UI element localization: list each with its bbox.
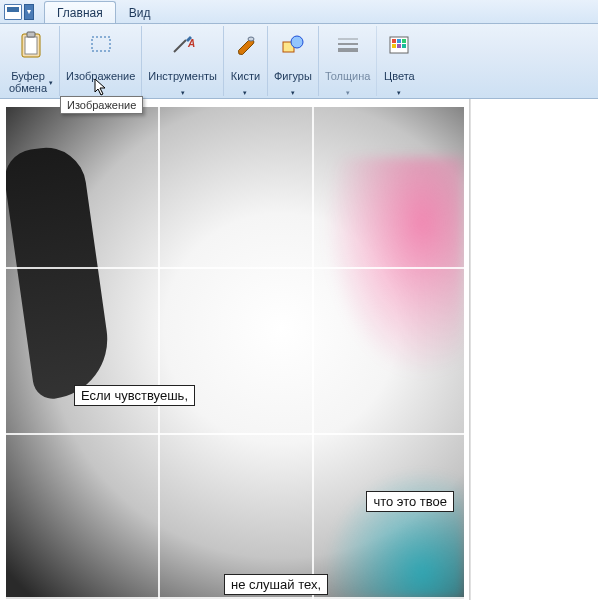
svg-rect-3 [92,37,110,51]
svg-rect-13 [397,39,401,43]
selection-icon [89,28,113,62]
ribbon: Буфер обмена▾ Изображение ▾ A Инструмент… [0,24,598,99]
group-tools[interactable]: A Инструменты ▾ [142,26,224,96]
svg-point-7 [291,36,303,48]
svg-rect-16 [397,44,401,48]
group-shapes[interactable]: Фигуры ▾ [268,26,319,96]
chevron-down-icon: ▾ [49,79,53,86]
chevron-down-icon: ▾ [397,89,401,96]
brush-icon [233,28,257,62]
svg-rect-15 [392,44,396,48]
quick-access-toolbar: ▾ [0,0,38,23]
canvas-text-1: Если чувствуешь, [74,385,195,406]
svg-rect-2 [27,32,35,37]
chevron-down-icon: ▾ [243,89,247,96]
canvas-image: Если чувствуешь, что это твое не слушай … [6,107,464,599]
tooltip-image: Изображение [60,96,143,114]
tab-view[interactable]: Вид [116,1,164,23]
svg-rect-17 [402,44,406,48]
svg-point-5 [248,37,254,41]
app-menu-icon[interactable] [4,4,22,20]
ribbon-tabs: Главная Вид [44,0,163,23]
svg-rect-12 [392,39,396,43]
chevron-down-icon: ▾ [346,89,350,96]
group-colors[interactable]: Цвета ▾ [377,26,421,96]
shapes-icon [280,28,306,62]
tools-icon: A [170,28,196,62]
chevron-down-icon: ▾ [181,89,185,96]
gray-area [470,99,598,600]
tab-main[interactable]: Главная [44,1,116,23]
clipboard-icon [19,28,43,62]
cursor-icon [94,78,108,96]
shapes-label: Фигуры [274,70,312,84]
colors-icon [388,28,410,62]
thickness-label: Толщина [325,70,371,84]
chevron-down-icon: ▾ [291,89,295,96]
colors-label: Цвета [384,70,415,84]
tools-label: Инструменты [148,70,217,84]
workspace: Если чувствуешь, что это твое не слушай … [0,99,598,600]
group-clipboard[interactable]: Буфер обмена▾ [3,26,60,96]
title-bar: ▾ Главная Вид [0,0,598,24]
brushes-label: Кисти [231,70,260,84]
group-thickness[interactable]: Толщина ▾ [319,26,378,96]
thickness-icon [335,28,361,62]
svg-rect-14 [402,39,406,43]
qat-dropdown-icon[interactable]: ▾ [24,4,34,20]
canvas-text-3: не слушай тех, [224,574,328,595]
canvas-text-2: что это твое [366,491,454,512]
canvas-area[interactable]: Если чувствуешь, что это твое не слушай … [0,99,470,600]
svg-text:A: A [187,38,195,49]
group-brushes[interactable]: Кисти ▾ [224,26,268,96]
clipboard-label: Буфер обмена▾ [9,70,53,96]
svg-rect-1 [25,37,37,54]
